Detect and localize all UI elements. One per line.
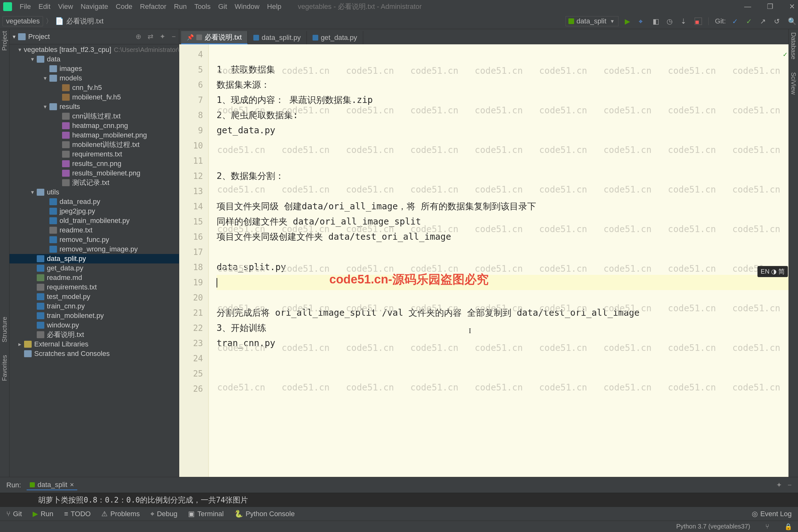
run-hide-icon[interactable]: −	[787, 481, 792, 489]
tool-debug[interactable]: ⌖Debug	[150, 510, 177, 518]
editor-line-23[interactable]: tran_cnn.py	[216, 336, 788, 351]
project-dropdown-icon[interactable]: ▾	[13, 33, 16, 40]
editor-line-7[interactable]: 1、现成的内容： 果蔬识别数据集.zip	[216, 93, 788, 108]
editor-line-6[interactable]: 数据集来源：	[216, 77, 788, 93]
editor-tab--txt[interactable]: 📌必看说明.txt	[181, 31, 248, 44]
run-button-icon[interactable]: ▶	[625, 17, 632, 25]
tool-todo[interactable]: ≡TODO	[64, 510, 91, 518]
editor-line-18[interactable]: data_split.py	[216, 260, 788, 275]
tree-item-remove_wrong_image-py[interactable]: remove_wrong_image.py	[10, 245, 179, 254]
git-commit-icon[interactable]: ✓	[746, 17, 754, 25]
coverage-button-icon[interactable]: ◧	[653, 17, 660, 25]
run-config-selector[interactable]: data_split	[566, 16, 619, 26]
tree-item-train_cnn-py[interactable]: train_cnn.py	[10, 302, 179, 311]
git-update-icon[interactable]: ✓	[732, 17, 740, 25]
editor-line-22[interactable]: 3、开始训练	[216, 321, 788, 336]
editor-line-14[interactable]: 项目文件夹同级 创建data/ori_all_image，将 所有的数据集复制到…	[216, 199, 788, 214]
tree-scratches[interactable]: Scratches and Consoles	[10, 349, 179, 359]
project-settings-icon[interactable]: ✦	[159, 33, 165, 41]
editor-line-16[interactable]: 项目文件夹同级创建文件夹 data/test_ori_all_image	[216, 229, 788, 245]
tree-item-readme-md[interactable]: readme.md	[10, 273, 179, 283]
editor-tab-get_data-py[interactable]: get_data.py	[307, 31, 363, 44]
tree-item-heatmap_mobilenet-png[interactable]: heatmap_mobilenet.png	[10, 131, 179, 140]
menu-git[interactable]: Git	[214, 2, 231, 11]
project-collapse-icon[interactable]: ⊕	[135, 33, 141, 41]
tree-item-images[interactable]: images	[10, 64, 179, 74]
editor-line-19[interactable]	[216, 275, 788, 290]
tree-item-data_split-py[interactable]: data_split.py	[10, 254, 179, 264]
tool-terminal[interactable]: ▣Terminal	[188, 510, 224, 518]
project-hide-icon[interactable]: −	[172, 33, 176, 41]
stop-button-icon[interactable]: ■	[695, 17, 702, 25]
editor-line-11[interactable]	[216, 153, 788, 169]
menu-refactor[interactable]: Refactor	[136, 2, 170, 11]
tree-item-utils[interactable]: utils	[10, 188, 179, 197]
tool-problems[interactable]: ⚠Problems	[101, 510, 140, 518]
tree-item--txt[interactable]: 测试记录.txt	[10, 178, 179, 188]
search-icon[interactable]: 🔍	[788, 17, 796, 25]
rail-favorites[interactable]: Favorites	[1, 355, 8, 381]
tree-item-test_model-py[interactable]: test_model.py	[10, 292, 179, 302]
editor-line-9[interactable]: get_data.py	[216, 123, 788, 138]
window-close-button[interactable]: ✕	[789, 2, 795, 11]
tree-item-data[interactable]: data	[10, 55, 179, 64]
menu-edit[interactable]: Edit	[35, 2, 54, 11]
tree-item-cnn-txt[interactable]: cnn训练过程.txt	[10, 112, 179, 121]
menu-tools[interactable]: Tools	[191, 2, 214, 11]
menu-window[interactable]: Window	[231, 2, 263, 11]
editor-line-21[interactable]: 分割完成后将 ori_all_image_split /val 文件夹的内容 全…	[216, 305, 788, 321]
tree-item-remove_func-py[interactable]: remove_func.py	[10, 235, 179, 245]
editor-line-17[interactable]	[216, 245, 788, 260]
editor-line-24[interactable]	[216, 351, 788, 366]
editor-line-4[interactable]	[216, 47, 788, 62]
editor-line-8[interactable]: 2、爬虫爬取数据集:	[216, 108, 788, 123]
editor-line-15[interactable]: 同样的创建文件夹 data/ori_all_image_split	[216, 214, 788, 229]
tree-item-mobilenet_fv-h5[interactable]: mobilenet_fv.h5	[10, 93, 179, 102]
menu-run[interactable]: Run	[170, 2, 190, 11]
run-output[interactable]: 胡萝卜类按照0.8：0.2：0.0的比例划分完成，一共74张图片	[0, 493, 798, 507]
attach-button-icon[interactable]: ⇣	[681, 17, 688, 25]
breadcrumb-file[interactable]: 必看说明.txt	[66, 17, 103, 26]
status-branch-icon[interactable]: ⑂	[765, 523, 769, 530]
tool-pyconsole[interactable]: 🐍Python Console	[234, 510, 294, 518]
status-python[interactable]: Python 3.7 (vegetables37)	[677, 523, 750, 530]
tree-item-results[interactable]: results	[10, 102, 179, 112]
rail-database[interactable]: Database	[790, 32, 797, 59]
tree-item-results_mobilenet-png[interactable]: results_mobilenet.png	[10, 169, 179, 178]
git-push-icon[interactable]: ↗	[760, 17, 767, 25]
git-history-icon[interactable]: ↺	[774, 17, 781, 25]
menu-file[interactable]: File	[16, 2, 35, 11]
tool-event-log[interactable]: ◎Event Log	[752, 510, 792, 518]
editor-line-25[interactable]	[216, 366, 788, 381]
editor-line-10[interactable]	[216, 138, 788, 153]
editor-line-12[interactable]: 2、数据集分割：	[216, 169, 788, 184]
window-maximize-button[interactable]: ❐	[767, 2, 773, 11]
editor-line-20[interactable]	[216, 290, 788, 305]
menu-help[interactable]: Help	[263, 2, 285, 11]
tree-external-libraries[interactable]: External Libraries	[10, 340, 179, 349]
tree-item-models[interactable]: models	[10, 74, 179, 83]
tree-item-data_read-py[interactable]: data_read.py	[10, 197, 179, 207]
tree-item-get_data-py[interactable]: get_data.py	[10, 264, 179, 273]
run-settings-icon[interactable]: ✦	[776, 481, 782, 489]
menu-code[interactable]: Code	[112, 2, 136, 11]
run-active-config-tab[interactable]: data_split ×	[26, 480, 77, 490]
breadcrumb-root[interactable]: vegetables	[2, 16, 43, 26]
profile-button-icon[interactable]: ◷	[667, 17, 674, 25]
debug-button-icon[interactable]: ⌖	[639, 17, 646, 25]
tree-item-jpeg2jpg-py[interactable]: jpeg2jpg.py	[10, 207, 179, 216]
project-tree[interactable]: vegetables [trash_tf2.3_cpu]C:\Users\Adm…	[10, 44, 179, 477]
tool-run[interactable]: ▶Run	[33, 510, 53, 518]
tree-item-window-py[interactable]: window.py	[10, 321, 179, 330]
tool-git[interactable]: ⑂Git	[6, 510, 22, 518]
tree-item-requirements-txt[interactable]: requirements.txt	[10, 283, 179, 292]
rail-project[interactable]: Project	[1, 31, 8, 51]
editor-content[interactable]: ✓ 1、获取数据集数据集来源：1、现成的内容： 果蔬识别数据集.zip2、爬虫爬…	[209, 44, 788, 477]
tree-item--txt[interactable]: 必看说明.txt	[10, 330, 179, 340]
tree-item-readme-txt[interactable]: readme.txt	[10, 226, 179, 235]
tree-item-old_train_mobilenet-py[interactable]: old_train_mobilenet.py	[10, 216, 179, 226]
status-lock-icon[interactable]: 🔒	[784, 523, 792, 530]
editor-tab-data_split-py[interactable]: data_split.py	[248, 31, 307, 44]
run-tab-close-icon[interactable]: ×	[70, 481, 74, 489]
editor-line-13[interactable]	[216, 184, 788, 199]
